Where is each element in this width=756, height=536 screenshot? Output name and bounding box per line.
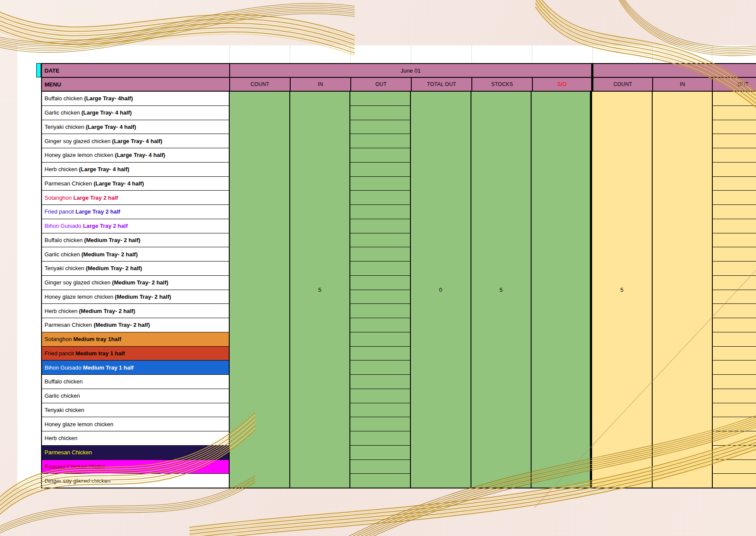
out-cell[interactable] xyxy=(350,247,410,262)
out-cell[interactable] xyxy=(713,276,756,290)
menu-item-row[interactable]: Herb chicken (Medium Tray- 2 half) xyxy=(42,304,229,318)
out-cell[interactable] xyxy=(350,361,410,375)
out-cell[interactable] xyxy=(713,92,756,106)
menu-item-row[interactable]: Parmesan Chicken (Large Tray- 4 half) xyxy=(42,177,229,191)
out-cell[interactable] xyxy=(713,120,756,134)
col-header-in-day2[interactable]: IN xyxy=(653,78,713,91)
out-cell[interactable] xyxy=(713,417,756,431)
out-cell[interactable] xyxy=(713,431,756,446)
out-cell[interactable] xyxy=(350,148,410,163)
out-cell[interactable] xyxy=(350,219,410,233)
out-cell[interactable] xyxy=(713,233,756,248)
col-header-out[interactable]: OUT xyxy=(351,78,412,91)
out-cell[interactable] xyxy=(350,134,410,148)
menu-item-row[interactable]: Parmesan Chicken xyxy=(42,446,229,460)
col-header-total-out[interactable]: TOTAL OUT xyxy=(412,78,472,91)
out-cell[interactable] xyxy=(713,403,756,418)
menu-item-row[interactable]: Buffalo chicken (Medium Tray- 2 half) xyxy=(42,233,229,248)
menu-item-row[interactable]: Ginger soy glazed chicken (Large Tray- 4… xyxy=(42,134,229,148)
out-cell[interactable] xyxy=(350,304,410,318)
out-cell[interactable] xyxy=(713,219,756,233)
out-cell[interactable] xyxy=(713,163,756,177)
out-cell[interactable] xyxy=(350,163,410,177)
out-cell[interactable] xyxy=(713,332,756,347)
menu-item-row[interactable]: Teriyaki chicken (Medium Tray- 2 half) xyxy=(42,262,229,276)
corner-marker-cell[interactable] xyxy=(36,63,41,77)
out-cell[interactable] xyxy=(713,106,756,120)
out-cell[interactable] xyxy=(350,431,410,446)
out-cell[interactable] xyxy=(350,177,410,191)
col-header-in[interactable]: IN xyxy=(291,78,351,91)
out-cell[interactable] xyxy=(350,474,410,488)
out-cell[interactable] xyxy=(713,247,756,262)
out-cell[interactable] xyxy=(350,347,410,361)
out-cell[interactable] xyxy=(713,446,756,460)
out-cell[interactable] xyxy=(350,262,410,276)
out-cell[interactable] xyxy=(713,460,756,474)
menu-item-row[interactable]: Parmesan Chicken (Medium Tray- 2 half) xyxy=(42,318,229,332)
col-header-count[interactable]: COUNT xyxy=(230,78,291,91)
day1-total-out-column[interactable]: 0 xyxy=(411,92,471,488)
out-cell[interactable] xyxy=(350,332,410,347)
menu-item-row[interactable]: Ginger soy glazed chicken (Medium Tray- … xyxy=(42,276,229,290)
menu-item-row[interactable]: Buffalo chicken (Large Tray- 4half) xyxy=(42,92,229,106)
out-cell[interactable] xyxy=(713,347,756,361)
out-cell[interactable] xyxy=(713,389,756,403)
day2-count-column[interactable]: 5 xyxy=(592,92,653,488)
col-header-stocks[interactable]: STOCKS xyxy=(472,78,533,91)
day1-date-cell[interactable]: June 01 xyxy=(230,64,593,77)
day1-in-column[interactable]: 5 xyxy=(290,92,351,488)
out-cell[interactable] xyxy=(350,120,410,134)
out-cell[interactable] xyxy=(713,474,756,488)
out-cell[interactable] xyxy=(350,460,410,474)
menu-item-row[interactable]: Sotanghon Large Tray 2 half xyxy=(42,191,229,205)
out-cell[interactable] xyxy=(350,403,410,418)
out-cell[interactable] xyxy=(350,389,410,403)
menu-item-row[interactable]: Bihon Guisado Medium Tray 1 half xyxy=(42,361,229,375)
menu-header-cell[interactable]: MENU xyxy=(42,78,230,91)
out-cell[interactable] xyxy=(713,148,756,163)
menu-item-row[interactable]: Roasted Chicken Platter xyxy=(42,460,229,474)
out-cell[interactable] xyxy=(713,134,756,148)
out-cell[interactable] xyxy=(350,276,410,290)
out-cell[interactable] xyxy=(713,318,756,332)
out-cell[interactable] xyxy=(350,290,410,304)
col-header-s-o[interactable]: S/O xyxy=(533,78,593,91)
menu-item-row[interactable]: Herb chicken xyxy=(42,431,229,446)
menu-item-row[interactable]: Honey glaze lemon chicken xyxy=(42,417,229,431)
out-cell[interactable] xyxy=(350,318,410,332)
out-cell[interactable] xyxy=(713,205,756,219)
out-cell[interactable] xyxy=(350,417,410,431)
menu-item-row[interactable]: Herb chicken (Large Tray- 4 half) xyxy=(42,163,229,177)
menu-item-row[interactable]: Honey glaze lemon chicken (Large Tray- 4… xyxy=(42,148,229,163)
day1-count-column[interactable] xyxy=(230,92,290,488)
date-header-cell[interactable]: DATE xyxy=(42,64,230,77)
out-cell[interactable] xyxy=(713,191,756,205)
out-cell[interactable] xyxy=(350,446,410,460)
menu-item-row[interactable]: Teriyaki chicken (Large Tray- 4 half) xyxy=(42,120,229,134)
day2-date-cell[interactable] xyxy=(593,64,756,77)
out-cell[interactable] xyxy=(350,375,410,389)
out-cell[interactable] xyxy=(350,106,410,120)
out-cell[interactable] xyxy=(713,177,756,191)
out-cell[interactable] xyxy=(350,191,410,205)
out-cell[interactable] xyxy=(713,361,756,375)
out-cell[interactable] xyxy=(713,290,756,304)
day2-in-column[interactable] xyxy=(653,92,713,488)
menu-item-row[interactable]: Teriyaki chicken xyxy=(42,403,229,418)
day1-so-column[interactable] xyxy=(532,92,592,488)
day1-stocks-column[interactable]: 5 xyxy=(471,92,532,488)
menu-item-row[interactable]: Ginger soy glazed chicken xyxy=(42,474,229,488)
out-cell[interactable] xyxy=(350,233,410,248)
menu-item-row[interactable]: Buffalo chicken xyxy=(42,375,229,389)
menu-item-row[interactable]: Garlic chicken (Medium Tray- 2 half) xyxy=(42,247,229,262)
menu-item-row[interactable]: Honey glaze lemon chicken (Medium Tray- … xyxy=(42,290,229,304)
menu-item-row[interactable]: Sotanghon Medium tray 1half xyxy=(42,332,229,347)
menu-item-row[interactable]: Garlic chicken (Large Tray- 4 half) xyxy=(42,106,229,120)
out-cell[interactable] xyxy=(713,304,756,318)
menu-item-row[interactable]: Garlic chicken xyxy=(42,389,229,403)
col-header-out-day2[interactable]: OUT xyxy=(713,78,756,91)
out-cell[interactable] xyxy=(350,205,410,219)
menu-item-row[interactable]: Bihon Guisado Large Tray 2 half xyxy=(42,219,229,233)
out-cell[interactable] xyxy=(713,262,756,276)
